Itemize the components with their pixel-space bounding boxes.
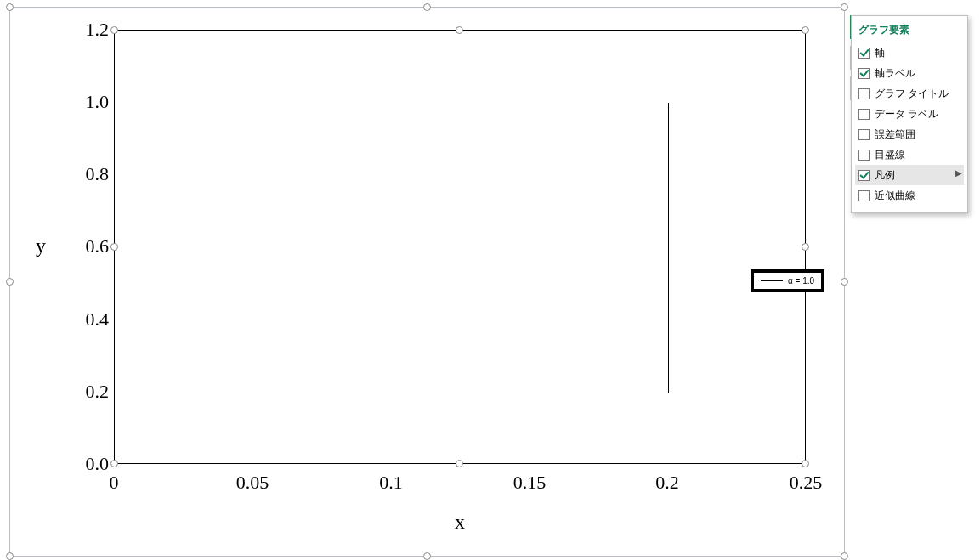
y-tick-label: 0.8	[58, 163, 109, 185]
x-tick-label: 0.2	[633, 472, 701, 494]
legend-item-label: α = 1.0	[788, 276, 814, 286]
flyout-checkbox-chart-title[interactable]	[858, 88, 870, 99]
flyout-item-error-bars[interactable]: 誤差範囲	[855, 124, 964, 144]
chart-elements-flyout[interactable]: グラフ要素 軸 軸ラベル グラフ タイトル データ ラベル 誤差範囲 目盛線 凡…	[851, 15, 968, 213]
flyout-item-chart-title[interactable]: グラフ タイトル	[855, 83, 964, 104]
legend[interactable]: α = 1.0	[751, 269, 824, 292]
selection-handle[interactable]	[6, 552, 14, 560]
flyout-checkbox-data-labels[interactable]	[858, 109, 870, 120]
flyout-checkbox-legend[interactable]	[858, 170, 870, 181]
data-series-line[interactable]	[668, 103, 669, 393]
plot-selection-handle[interactable]	[456, 26, 463, 34]
flyout-item-gridlines[interactable]: 目盛線	[855, 144, 964, 165]
flyout-item-label: 目盛線	[875, 148, 905, 162]
flyout-title: グラフ要素	[855, 21, 964, 42]
plot-selection-handle[interactable]	[110, 243, 118, 251]
flyout-item-label: 近似曲線	[875, 189, 915, 203]
plot-selection-handle[interactable]	[110, 460, 118, 467]
y-tick-label: 1.0	[58, 91, 109, 113]
flyout-item-axes[interactable]: 軸	[855, 42, 964, 63]
selection-handle[interactable]	[423, 552, 431, 560]
flyout-checkbox-axes[interactable]	[858, 48, 870, 59]
plot-selection-handle[interactable]	[802, 243, 809, 251]
flyout-item-label: 軸ラベル	[875, 66, 915, 81]
plot-area[interactable]	[114, 30, 806, 464]
flyout-item-label: 軸	[875, 46, 885, 60]
selection-handle[interactable]	[841, 278, 848, 286]
flyout-item-legend[interactable]: 凡例 ▶	[855, 165, 964, 185]
legend-line-sample	[761, 280, 783, 281]
selection-handle[interactable]	[423, 3, 431, 11]
chevron-right-icon[interactable]: ▶	[955, 168, 962, 178]
flyout-checkbox-trendline[interactable]	[858, 190, 870, 201]
flyout-item-label: グラフ タイトル	[875, 87, 949, 101]
selection-handle[interactable]	[841, 3, 848, 11]
chart-object[interactable]: 0.0 0.2 0.4 0.6 0.8 1.0 1.2 0 0.05 0.1 0…	[9, 7, 845, 557]
x-tick-label: 0.05	[218, 472, 286, 494]
plot-selection-handle[interactable]	[802, 26, 809, 34]
flyout-item-label: 誤差範囲	[875, 127, 915, 142]
selection-handle[interactable]	[6, 3, 14, 11]
x-tick-label: 0.25	[772, 472, 840, 494]
y-tick-label: 1.2	[58, 19, 109, 41]
y-tick-label: 0.2	[58, 381, 109, 403]
flyout-item-axis-titles[interactable]: 軸ラベル	[855, 63, 964, 83]
y-axis-label[interactable]: y	[36, 235, 46, 257]
flyout-checkbox-gridlines[interactable]	[858, 150, 870, 161]
flyout-item-data-labels[interactable]: データ ラベル	[855, 104, 964, 124]
flyout-item-label: 凡例	[875, 168, 895, 183]
y-tick-label: 0.4	[58, 308, 109, 331]
flyout-checkbox-axis-titles[interactable]	[858, 68, 870, 79]
flyout-item-label: データ ラベル	[875, 107, 938, 122]
x-tick-label: 0.1	[357, 472, 425, 494]
plot-selection-handle[interactable]	[110, 26, 118, 34]
x-tick-label: 0.15	[496, 472, 564, 494]
flyout-item-trendline[interactable]: 近似曲線	[855, 185, 964, 206]
y-tick-label: 0.6	[58, 235, 109, 257]
flyout-checkbox-error-bars[interactable]	[858, 129, 870, 140]
x-axis-label[interactable]: x	[455, 511, 465, 534]
selection-handle[interactable]	[6, 278, 14, 286]
plot-selection-handle[interactable]	[802, 460, 809, 467]
selection-handle[interactable]	[841, 552, 848, 560]
plot-selection-handle[interactable]	[456, 460, 463, 467]
x-tick-label: 0	[80, 472, 148, 494]
